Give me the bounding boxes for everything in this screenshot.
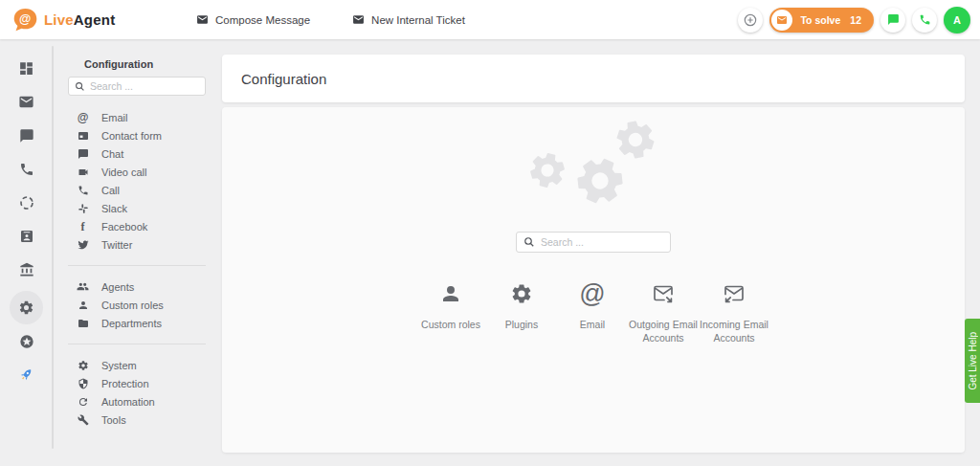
sidebar-item-label: Twitter (101, 239, 132, 251)
configuration-search-input[interactable] (541, 236, 663, 248)
calls-button[interactable] (912, 8, 937, 33)
sidebar-menu: @ Email Contact form Chat Video call C (54, 108, 222, 429)
sidebar-divider (68, 265, 206, 266)
page-title: Configuration (241, 71, 326, 87)
dashed-circle-icon (19, 195, 34, 211)
rail-tickets-item[interactable] (10, 85, 43, 119)
sidebar-item-label: Facebook (101, 221, 147, 233)
sidebar-item-contact-form[interactable]: Contact form (54, 126, 222, 144)
sidebar-item-departments[interactable]: Departments (54, 314, 222, 332)
sidebar-item-label: Agents (101, 281, 134, 293)
to-solve-button[interactable]: To solve 12 (769, 8, 874, 33)
sidebar-item-agents[interactable]: Agents (54, 277, 222, 296)
configuration-sidebar: Configuration @ Email Contact form Chat (54, 39, 222, 466)
sidebar-item-call[interactable]: Call (54, 181, 222, 199)
sidebar-item-label: Custom roles (101, 300, 164, 311)
get-live-help-tab[interactable]: Get Live Help (965, 319, 980, 403)
shortcut-label: Outgoing Email Accounts (629, 318, 698, 344)
envelope-icon (18, 94, 34, 110)
sidebar-item-label: Tools (101, 414, 126, 426)
sidebar-search-box[interactable] (68, 77, 206, 96)
avatar-letter: A (953, 14, 961, 26)
rail-billing-item[interactable] (10, 253, 43, 286)
sidebar-divider (68, 344, 206, 344)
shortcut-label: Plugins (505, 318, 538, 331)
person-icon (439, 281, 462, 306)
chat-bubble-icon (887, 13, 900, 26)
chat-bubble-icon (19, 128, 34, 144)
sidebar-item-email[interactable]: @ Email (54, 108, 222, 126)
star-circle-icon (19, 334, 34, 349)
icon-rail (0, 39, 53, 466)
shortcut-custom-roles[interactable]: Custom roles (415, 281, 486, 344)
wrench-icon (77, 413, 89, 426)
sidebar-item-chat[interactable]: Chat (54, 144, 222, 163)
sidebar-item-label: Chat (101, 148, 123, 160)
shortcut-email[interactable]: @ Email (557, 281, 628, 344)
sidebar-item-custom-roles[interactable]: Custom roles (54, 296, 222, 314)
sidebar-item-slack[interactable]: Slack (54, 199, 222, 217)
sidebar-item-label: Automation (101, 396, 155, 408)
sidebar-item-label: Video call (101, 166, 147, 178)
sidebar-item-video-call[interactable]: Video call (54, 163, 222, 181)
gear-icon (510, 281, 533, 306)
main-area: Configuration Custom roles (222, 55, 965, 453)
add-button[interactable] (738, 8, 763, 33)
sidebar-item-protection[interactable]: Protection (54, 374, 222, 392)
shortcut-incoming-email-accounts[interactable]: Incoming Email Accounts (699, 281, 769, 344)
rail-getting-started-item[interactable] (10, 358, 43, 391)
rail-calls-item[interactable] (10, 152, 43, 186)
facebook-icon: f (77, 220, 89, 233)
rail-achievements-item[interactable] (10, 324, 43, 358)
gear-illustration-small (526, 149, 568, 191)
video-camera-icon (77, 166, 89, 178)
shortcut-outgoing-email-accounts[interactable]: Outgoing Email Accounts (628, 281, 699, 344)
sidebar-item-label: System (101, 360, 137, 371)
slack-icon (77, 202, 89, 214)
envelope-icon (352, 13, 365, 26)
search-icon (75, 81, 85, 92)
shield-icon (77, 377, 89, 389)
sidebar-item-twitter[interactable]: Twitter (54, 235, 222, 254)
rail-status-item[interactable] (10, 186, 43, 219)
phone-icon (919, 13, 931, 26)
rail-contacts-item[interactable] (10, 219, 43, 253)
person-icon (77, 299, 89, 311)
twitter-icon (77, 238, 89, 251)
compose-message-button[interactable]: Compose Message (196, 13, 310, 26)
rocket-icon (18, 366, 34, 383)
sidebar-item-label: Slack (101, 203, 127, 214)
topbar-actions: Compose Message New Internal Ticket (196, 13, 465, 26)
to-solve-count: 12 (850, 14, 861, 26)
to-solve-label: To solve (800, 14, 840, 26)
configuration-search-box[interactable] (516, 232, 671, 253)
rail-configuration-item[interactable] (10, 291, 43, 324)
user-avatar[interactable]: A (944, 7, 970, 33)
liveagent-logo[interactable]: @ LiveAgent (12, 7, 196, 33)
sidebar-item-system[interactable]: System (54, 356, 222, 374)
shortcut-label: Incoming Email Accounts (700, 318, 768, 344)
people-icon (77, 280, 89, 293)
sidebar-search-input[interactable] (90, 80, 199, 92)
sidebar-item-label: Contact form (101, 130, 162, 142)
chats-button[interactable] (880, 8, 905, 33)
sidebar-item-facebook[interactable]: f Facebook (54, 217, 222, 235)
new-internal-ticket-button[interactable]: New Internal Ticket (352, 13, 465, 26)
rail-chats-item[interactable] (10, 119, 43, 152)
svg-text:@: @ (19, 12, 31, 26)
sidebar-title: Configuration (84, 58, 222, 70)
sidebar-item-label: Call (101, 185, 120, 196)
rail-dashboard-item[interactable] (10, 52, 43, 85)
chat-bubble-icon (77, 147, 89, 160)
phone-icon (77, 184, 89, 196)
shortcut-plugins[interactable]: Plugins (486, 281, 557, 344)
gear-illustration-top (612, 117, 658, 163)
top-bar: @ LiveAgent Compose Message New Internal… (0, 0, 980, 39)
shortcut-label: Custom roles (421, 318, 480, 331)
compose-message-label: Compose Message (215, 14, 310, 26)
sidebar-item-automation[interactable]: Automation (54, 392, 222, 411)
at-icon: @ (579, 281, 605, 306)
sidebar-item-tools[interactable]: Tools (54, 411, 222, 429)
refresh-icon (77, 395, 89, 408)
sidebar-item-label: Departments (101, 318, 162, 329)
